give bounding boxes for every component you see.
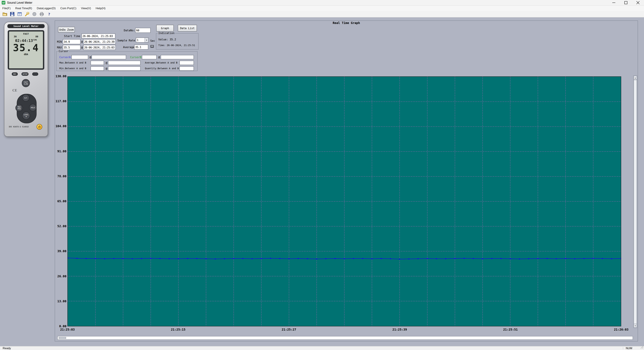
max-min-button[interactable]: MAXMIN [16,104,23,112]
cursor-a-time-field[interactable] [92,55,126,59]
minimize-button[interactable] [608,0,620,5]
close-button[interactable] [632,0,644,5]
y-axis-label: 39.00 [55,249,66,253]
lcd-time-label: TIME [33,39,37,41]
status-bar: Ready NUM [0,346,644,350]
lcd-mode: FAST [10,32,42,35]
horizontal-scrollbar[interactable] [57,336,633,340]
title-bar: Sound Level Meter [0,0,644,6]
y-axis-label: 117.00 [55,99,66,103]
lcd-unit: dBA [10,53,42,56]
level-button[interactable]: LEVEL▼ [22,112,30,120]
data-no-field[interactable]: 60 [135,28,150,33]
max-between-time-field[interactable] [108,61,140,65]
x-axis-label: 21:25:51 [500,328,520,331]
menu-item-com-port-c[interactable]: Com Port(C) [58,6,79,11]
start-time-field[interactable]: 26-06-2024, 21:25:03 [82,33,116,38]
avg-between-label: Average.Between A and B [145,61,178,64]
cursor-b-time-field[interactable] [161,55,194,59]
device-lcd: FAST 30 80 02:44:13TIME 35.4 dBA [8,30,44,70]
y-axis-label: 65.00 [55,199,66,203]
rec-button[interactable]: REC [12,72,18,76]
scroll-down-icon[interactable]: ▼ [634,324,637,328]
max-value-field[interactable]: 35.5 [63,45,80,50]
lcd-value: 35.4 [10,43,42,53]
ac-button[interactable]: A/C [22,94,30,101]
vertical-scrollbar-thumb[interactable] [634,80,637,324]
data-list-button[interactable]: Data List [178,25,197,31]
data-view-button[interactable] [17,11,22,17]
min-between-field[interactable] [90,66,104,71]
max-time-field[interactable]: 26-06-2024, 21:25:03 [83,45,116,50]
open-file-button[interactable] [2,11,8,17]
cursor-group: Cursor CursorA @ CursorB @ Max.Between A… [56,51,198,71]
menu-item-view-v[interactable]: View(V) [79,6,93,11]
chart-plot[interactable] [68,76,621,326]
app-window: Sound Level Meter File(F)Real Time(R)Dat… [0,0,644,350]
menu-item-datalogger-d[interactable]: DataLogger(D) [34,6,58,11]
indication-title: Indication [158,31,175,35]
horizontal-scrollbar-thumb[interactable] [59,337,66,339]
vertical-scrollbar[interactable]: ▲ ▼ [633,75,637,328]
help-button[interactable]: ? [46,11,52,17]
status-text: Ready [3,347,11,350]
qty-between-field[interactable] [180,66,194,71]
max-between-at: @ [106,61,107,64]
y-axis-label: 52.00 [55,224,66,228]
y-axis-label: 26.00 [55,275,66,278]
qty-between-label: Quantity.Between A and B [145,67,179,70]
max-between-field[interactable] [90,61,104,65]
x-axis-label: 21:25:03 [57,328,78,331]
device-brand: Sound Level Meter [8,24,44,28]
undo-zoom-button[interactable]: UnDo Zoom [58,27,75,32]
cursor-b-label: CursorB [130,56,142,59]
cursor-a-at: @ [90,56,91,59]
min-label: MIN [57,40,62,43]
sample-rate-select[interactable]: 1 ▼ [136,37,148,42]
indication-time: Time: 26-06-2024, 21:25:51 [158,44,195,46]
power-button[interactable] [36,124,42,130]
x-axis-label: 21:25:27 [279,328,299,331]
lcd-range: 30 80 [10,35,42,38]
sample-rate-label: Sample Rate [118,39,135,42]
resize-grip[interactable] [640,346,644,350]
x-axis-label: 21:26:03 [611,328,631,331]
scroll-up-icon[interactable]: ▲ [634,76,637,80]
realtime-chart [68,77,621,326]
fast-slow-button[interactable]: FASTSLOW [22,79,30,87]
min-time-field[interactable]: 26-06-2024, 21:25:39 [83,39,116,44]
setup-button[interactable]: SETUP [22,72,28,76]
avg-between-field[interactable] [180,61,194,65]
menu-item-file-f[interactable]: File(F) [0,6,13,11]
app-icon [2,1,5,4]
lcd-screen: FAST 30 80 02:44:13TIME 35.4 dBA [9,31,43,68]
start-time-label: Start Time [64,34,80,38]
indication-group: Indication Value: 35.2 Time: 26-06-2024,… [156,33,198,50]
menu-item-help-h[interactable]: Help(H) [93,6,108,11]
menu-bar: File(F)Real Time(R)DataLogger(D)Com Port… [0,6,644,11]
average-field[interactable]: 35.1 [134,44,148,50]
save-button[interactable] [10,11,15,17]
y-axis-label: 91.00 [55,149,66,153]
cursor-b-value-field[interactable] [142,55,157,59]
min-between-time-field[interactable] [108,66,140,71]
graph-title: Real Time Graph [55,21,638,25]
y-axis-label: 13.00 [55,299,66,303]
setup-wrench-button[interactable] [24,11,30,17]
graph-button[interactable]: Graph [156,25,174,31]
max-at: @ [81,46,83,49]
maximize-button[interactable] [620,0,632,5]
realtime-graph-frame: Real Time Graph UnDo Zoom DataNo: 60 Gra… [55,20,638,342]
min-between-label: Min.Between A and B [59,67,86,70]
min-value-field[interactable]: 34.9 [63,39,80,44]
window-controls [608,0,644,5]
print-button[interactable] [39,11,44,17]
cursor-a-value-field[interactable] [72,55,88,59]
chevron-down-icon: ▼ [144,38,148,42]
lcd-range-low: 30 [14,35,16,38]
menu-item-real-time-r[interactable]: Real Time(R) [13,6,34,11]
hold-button[interactable]: HOLD [29,104,36,111]
lcd-range-high: 80 [36,35,38,38]
aux-button[interactable] [32,72,38,76]
y-axis-label: 0.00 [55,324,66,328]
